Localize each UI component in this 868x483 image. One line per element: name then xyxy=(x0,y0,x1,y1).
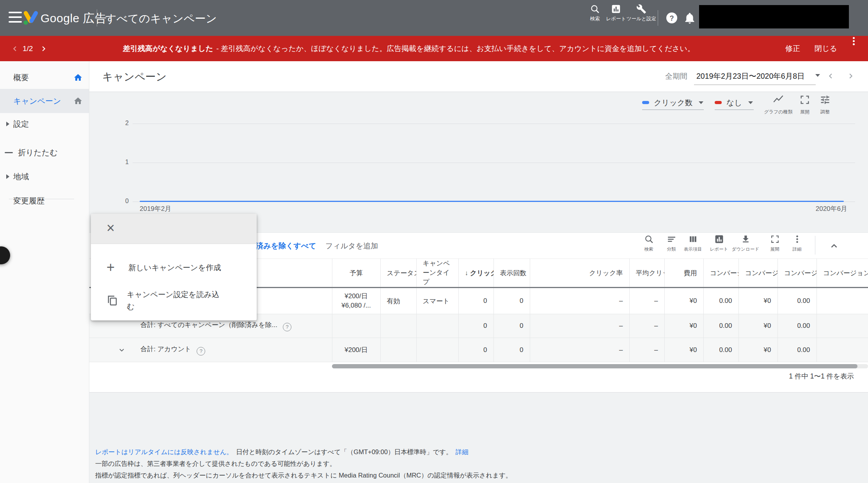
table-segment-button[interactable]: 分類 xyxy=(659,234,683,252)
chevron-down-icon[interactable] xyxy=(118,346,126,354)
minus-icon xyxy=(5,152,13,153)
tools-icon xyxy=(636,4,646,14)
table-expand-button[interactable]: 展開 xyxy=(763,234,787,252)
ctr-cell: – xyxy=(530,288,629,314)
conversions-cell: 0.00 xyxy=(703,314,738,338)
table-download-button[interactable]: ダウンロード xyxy=(733,234,758,252)
conversions-cell-3: 0.00 xyxy=(777,314,817,338)
date-dropdown-caret-icon[interactable] xyxy=(815,74,820,77)
col-header-avg-cpc[interactable]: 平均クリック単価 xyxy=(629,259,664,288)
alert-close-button[interactable]: 閉じる xyxy=(815,36,837,61)
ctr-cell: – xyxy=(530,314,629,338)
chevron-down-icon xyxy=(699,101,703,104)
chart-adjust-button[interactable]: 調整 xyxy=(806,94,844,115)
hamburger-menu-icon[interactable] xyxy=(7,10,23,26)
footer-line-3: 指標が認定指標であれば、列ヘッダーにカーソルを合わせて表示されるテキストに Me… xyxy=(95,471,512,480)
avg-cpc-cell: – xyxy=(629,314,664,338)
chart-metric-primary-select[interactable]: クリック数 xyxy=(642,96,703,109)
table-report-button[interactable]: レポート xyxy=(707,234,731,252)
topbar-tools-button[interactable]: ツールと設定 xyxy=(625,4,658,32)
impressions-cell: 0 xyxy=(493,288,530,314)
col-header-clicks-sorted[interactable]: ↓ クリック数 xyxy=(458,259,493,288)
col-header-campaign-type[interactable]: キャンペーンタイプ xyxy=(416,259,458,288)
table-columns-button[interactable]: 表示項目 xyxy=(681,234,705,252)
brand-divider xyxy=(97,9,97,27)
conversions-cell-2: ¥0 xyxy=(738,288,777,314)
sidebar-item-change-history[interactable]: 変更履歴 xyxy=(0,189,89,212)
plus-icon: + xyxy=(107,261,120,274)
conversions-cell-4: 0.00 xyxy=(817,288,868,314)
col-header-cost[interactable]: 費用 xyxy=(664,259,703,288)
home-icon xyxy=(73,96,83,106)
add-filter-button[interactable]: フィルタを追加 xyxy=(325,241,378,251)
alert-prev-icon[interactable] xyxy=(11,36,20,61)
col-header-conversions-2[interactable]: コンバージョン xyxy=(738,259,777,288)
cost-cell: ¥0 xyxy=(664,288,703,314)
page-header: キャンペーン 全期間 2019年2月23日〜2020年6月8日 xyxy=(89,61,868,92)
impressions-cell: 0 xyxy=(493,314,530,338)
sidebar-item-campaigns[interactable]: キャンペーン xyxy=(0,89,89,113)
col-header-impressions[interactable]: 表示回数 xyxy=(493,259,530,288)
table-search-button[interactable]: 検索 xyxy=(637,234,661,252)
budget-cell xyxy=(332,314,380,338)
y-axis-tick: 1 xyxy=(116,159,129,166)
chart-metric-secondary-select[interactable]: なし xyxy=(715,96,753,109)
new-campaign-menu: × + 新しいキャンペーンを作成 キャンペーン設定を読み込む xyxy=(91,214,257,320)
sidebar-item-locations[interactable]: 地域 xyxy=(0,165,89,188)
col-header-ctr[interactable]: クリック率 xyxy=(530,259,629,288)
notifications-bell-icon[interactable] xyxy=(683,12,696,24)
alert-fix-button[interactable]: 修正 xyxy=(785,36,800,61)
topbar-divider xyxy=(658,10,658,26)
menu-item-load-campaign-settings[interactable]: キャンペーン設定を読み込む xyxy=(91,282,257,319)
help-icon[interactable]: ? xyxy=(283,323,291,331)
left-nav: 概要 キャンペーン 設定 折りたたむ 地域 変更履歴 xyxy=(0,61,89,483)
alert-pager-count: 1/2 xyxy=(23,36,33,61)
col-header-conversions-3[interactable]: コンバージョン xyxy=(777,259,817,288)
clicks-series-line xyxy=(140,201,844,202)
status-cell xyxy=(380,314,416,338)
close-icon[interactable]: × xyxy=(107,219,115,237)
y-axis-tick: 0 xyxy=(116,198,129,205)
sidebar-item-settings[interactable]: 設定 xyxy=(0,113,89,135)
menu-header xyxy=(91,214,257,244)
alert-next-icon[interactable] xyxy=(39,36,48,61)
help-icon[interactable]: ? xyxy=(197,347,205,356)
date-range-value[interactable]: 2019年2月23日〜2020年6月8日 xyxy=(696,71,805,81)
date-prev-icon[interactable] xyxy=(824,68,838,84)
impressions-cell: 0 xyxy=(493,338,530,362)
table-collapse-icon[interactable] xyxy=(826,238,842,254)
sidebar-item-overview[interactable]: 概要 xyxy=(0,66,89,89)
footer-realtime-link[interactable]: レポートはリアルタイムには反映されません。 xyxy=(95,448,233,455)
toolbar-divider xyxy=(815,236,815,255)
download-icon xyxy=(741,234,751,244)
col-header-budget[interactable]: 予算 xyxy=(332,259,380,288)
table-row-total-account: 合計: アカウント? ¥200/日 0 0 – – ¥0 0.00 ¥0 0.0… xyxy=(89,338,868,362)
metric-secondary-color-pill xyxy=(715,101,722,104)
total-label-cell: 合計: アカウント? xyxy=(89,338,332,362)
avg-cpc-cell: – xyxy=(629,288,664,314)
sidebar-item-collapse[interactable]: 折りたたむ xyxy=(0,141,89,164)
footer-line-1: レポートはリアルタイムには反映されません。日付と時刻のタイムゾーンはすべて「（G… xyxy=(95,447,469,456)
menu-item-new-campaign[interactable]: + 新しいキャンペーンを作成 xyxy=(91,254,257,281)
table-more-button[interactable]: 詳細 xyxy=(785,234,809,252)
x-axis-label-start: 2019年2月 xyxy=(140,204,171,213)
topbar-section-title: すべてのキャンペーン xyxy=(105,11,217,26)
help-icon[interactable]: ? xyxy=(666,12,678,24)
date-next-icon[interactable] xyxy=(843,68,857,84)
metric-primary-color-pill xyxy=(642,101,649,104)
col-header-conversions-4[interactable]: コンバージョン xyxy=(817,259,868,288)
alert-overflow-icon[interactable] xyxy=(853,36,855,61)
clicks-cell: 0 xyxy=(458,288,493,314)
col-header-conversions[interactable]: コンバージョン xyxy=(703,259,738,288)
type-cell xyxy=(416,314,458,338)
columns-icon xyxy=(688,234,698,244)
horizontal-scrollbar-thumb[interactable] xyxy=(332,364,857,368)
conversions-cell-4: 0.00 xyxy=(817,338,868,362)
ctr-cell: – xyxy=(530,338,629,362)
footer-learn-more-link[interactable]: 詳細 xyxy=(456,448,469,455)
page-title: キャンペーン xyxy=(102,70,167,84)
line-chart-icon xyxy=(773,94,784,105)
footer-timezone-text: 日付と時刻のタイムゾーンはすべて「（GMT+09:00）日本標準時」です。 xyxy=(236,448,453,455)
conversions-cell-4: 0.00 xyxy=(817,314,868,338)
col-header-status[interactable]: ステータス xyxy=(380,259,416,288)
